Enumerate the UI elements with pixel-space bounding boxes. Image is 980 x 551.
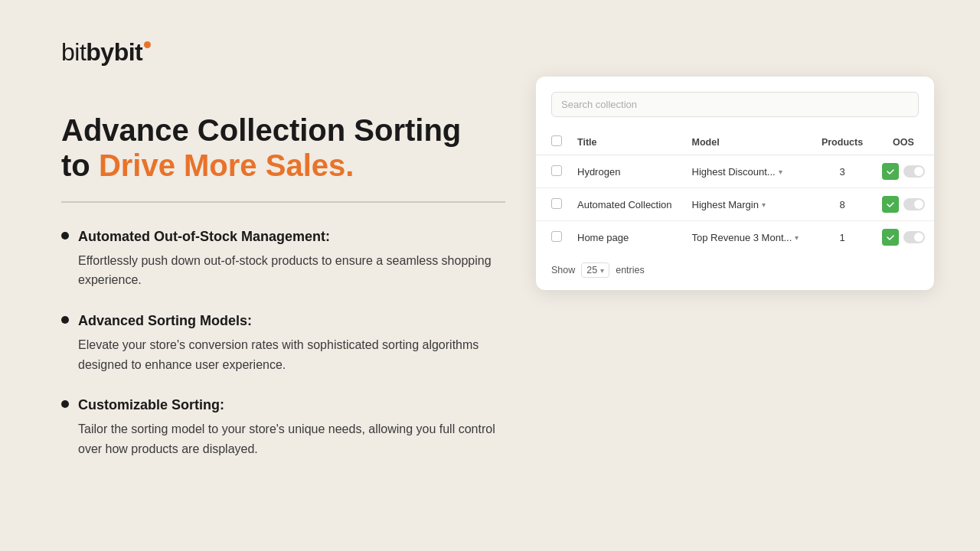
show-label: Show	[551, 265, 575, 276]
table-row: Automated Collection Highest Margin ▾ 8	[536, 188, 934, 221]
oos-cell	[880, 163, 926, 180]
row-checkbox[interactable]	[551, 165, 562, 176]
features-list: Automated Out-of-Stock Management: Effor…	[61, 227, 505, 459]
col-model-header[interactable]: Model	[684, 129, 812, 155]
header-checkbox[interactable]	[551, 135, 562, 146]
oos-badge	[882, 229, 899, 246]
col-products-header: Products	[812, 129, 873, 155]
row-products: 8	[812, 188, 873, 221]
chevron-down-icon: ▾	[600, 266, 604, 275]
headline-line2-orange: Drive More Sales.	[99, 148, 354, 182]
search-input[interactable]: Search collection	[551, 92, 919, 117]
headline: Advance Collection Sorting to Drive More…	[61, 112, 505, 183]
row-products: 3	[812, 155, 873, 188]
bullet-icon	[61, 232, 69, 240]
feature-title: Advanced Sorting Models:	[78, 311, 505, 331]
left-panel: bitbybit Advance Collection Sorting to D…	[61, 31, 536, 481]
logo-dot	[144, 41, 151, 48]
table-card: Search collection Title Model Products O…	[536, 77, 934, 290]
row-title: Automated Collection	[570, 188, 684, 221]
list-item: Automated Out-of-Stock Management: Effor…	[61, 227, 505, 290]
feature-title-span: Customizable Sorting:	[78, 397, 224, 412]
model-value: Top Revenue 3 Mont...	[692, 232, 792, 243]
row-title: Home page	[570, 221, 684, 254]
logo: bitbybit	[61, 38, 505, 67]
feature-title: Customizable Sorting:	[78, 396, 505, 415]
feature-content: Customizable Sorting: Tailor the sorting…	[78, 396, 505, 458]
logo-bit2: bit	[114, 38, 143, 66]
row-title: Hydrogen	[570, 155, 684, 188]
model-select[interactable]: Top Revenue 3 Mont... ▾	[692, 232, 804, 243]
list-item: Customizable Sorting: Tailor the sorting…	[61, 396, 505, 458]
oos-badge	[882, 163, 899, 180]
table-footer: Show 25 ▾ entries	[536, 253, 934, 278]
logo-by: by	[86, 38, 113, 66]
model-select[interactable]: Highest Margin ▾	[692, 199, 804, 210]
col-checkbox	[536, 129, 570, 155]
row-checkbox[interactable]	[551, 231, 562, 242]
right-panel: Search collection Title Model Products O…	[536, 31, 934, 290]
model-value: Highest Discount...	[692, 166, 776, 178]
col-title-header[interactable]: Title	[570, 129, 684, 155]
headline-divider	[61, 201, 505, 203]
feature-desc: Tailor the sorting model to your store's…	[78, 419, 505, 458]
feature-content: Automated Out-of-Stock Management: Effor…	[78, 227, 505, 290]
chevron-down-icon: ▾	[762, 201, 766, 209]
collections-table: Title Model Products OOS Hydrogen Highes…	[536, 129, 934, 253]
table-row: Hydrogen Highest Discount... ▾ 3	[536, 155, 934, 188]
chevron-down-icon: ▾	[795, 233, 799, 242]
oos-cell	[880, 196, 926, 213]
list-item: Advanced Sorting Models: Elevate your st…	[61, 311, 505, 374]
feature-desc: Elevate your store's conversion rates wi…	[78, 335, 505, 374]
oos-toggle[interactable]	[903, 231, 925, 243]
entries-label: entries	[616, 265, 645, 276]
headline-line2-plain: to	[61, 148, 99, 182]
oos-cell	[880, 229, 926, 246]
oos-toggle[interactable]	[903, 165, 925, 178]
feature-desc: Effortlessly push down out-of-stock prod…	[78, 251, 505, 290]
row-products: 1	[812, 221, 873, 254]
bullet-icon	[61, 316, 69, 324]
feature-content: Advanced Sorting Models: Elevate your st…	[78, 311, 505, 374]
chevron-down-icon: ▾	[779, 168, 782, 176]
headline-line1: Advance Collection Sorting	[61, 113, 461, 147]
entries-value: 25	[586, 265, 597, 276]
logo-bit1: bit	[61, 38, 86, 66]
model-select[interactable]: Highest Discount... ▾	[692, 166, 804, 178]
entries-select[interactable]: 25 ▾	[581, 262, 609, 278]
model-value: Highest Margin	[692, 199, 759, 210]
oos-badge	[882, 196, 899, 213]
feature-title: Automated Out-of-Stock Management:	[78, 227, 505, 246]
table-row: Home page Top Revenue 3 Mont... ▾ 1	[536, 221, 934, 254]
bullet-icon	[61, 400, 69, 408]
row-checkbox[interactable]	[551, 198, 562, 209]
col-oos-header: OOS	[873, 129, 934, 155]
oos-toggle[interactable]	[903, 198, 925, 210]
